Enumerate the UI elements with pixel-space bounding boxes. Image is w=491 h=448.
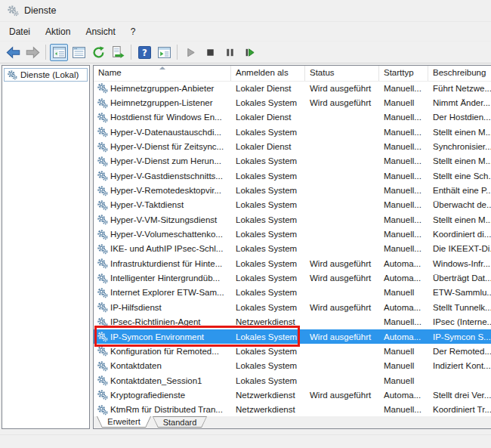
service-row[interactable]: Hyper-V-Remotedesktopvir...Lokales Syste… [94,183,491,197]
service-name-cell: Infrastrukturdienst für Hinte... [94,256,231,270]
service-gear-icon [97,141,108,153]
service-row[interactable]: KryptografiediensteNetzwerkdienstWird au… [94,388,491,402]
service-gear-icon [97,375,108,386]
service-name-cell: Internet Explorer ETW-Sam... [94,286,231,300]
column-header-label: Starttyp [384,68,414,77]
service-gear-icon [97,331,108,342]
service-startup: Manuell [379,344,428,358]
service-row[interactable]: KontaktdatenLokales SystemManuellIndizie… [94,359,491,373]
service-row[interactable]: IPsec-Richtlinien-AgentNetzwerkdienstMan… [94,315,491,329]
service-description: IPsec (Interne... [428,315,491,329]
service-status [305,403,379,416]
toolbar-separator [45,45,46,60]
menu-item-aktion[interactable]: Aktion [38,23,78,40]
menu-item-ansicht[interactable]: Ansicht [78,23,122,40]
toolbar-export-list-button[interactable] [109,44,127,61]
column-header-starttyp[interactable]: Starttyp [379,66,428,81]
service-row[interactable]: IKE- und AuthIP IPsec-Schl...Lokales Sys… [94,242,491,256]
toolbar-help-button[interactable]: ? [135,44,153,61]
menu-item-datei[interactable]: Datei [2,23,38,40]
service-gear-icon [97,170,108,181]
service-row[interactable]: Hyper-V-TaktdienstLokales SystemManuell.… [94,198,491,212]
service-startup: Manuell... [379,110,428,125]
play-icon [185,47,196,58]
service-description: Überträgt Dat... [428,270,491,285]
service-name: Hyper-V-Volumeschattenko... [110,230,223,239]
service-row[interactable]: Hyper-V-Dienst zum Herun...Lokales Syste… [94,154,491,168]
service-row[interactable]: Infrastrukturdienst für Hinte...Lokales … [94,256,491,270]
toolbar-refresh-button[interactable] [89,44,107,61]
service-description: Koordiniert Tr... [428,403,491,416]
service-row[interactable]: Heimnetzgruppen-ListenerLokales SystemWi… [94,95,491,110]
service-status [305,315,379,329]
service-description: Die IKEEXT-Di... [428,242,491,256]
column-header-label: Anmelden als [236,68,289,77]
service-status [305,344,379,358]
restart-icon [244,47,255,58]
service-name: Kontaktdaten_Session1 [110,376,202,385]
toolbar-separator [177,45,178,60]
service-row[interactable]: Hyper-V-VM-SitzungsdienstLokales SystemM… [94,212,491,227]
service-description: Der Remoted... [428,344,491,358]
tree-item-dienste-lokal[interactable]: Dienste (Lokal) [4,68,88,82]
service-row[interactable]: IP-Symcon EnvironmentLokales SystemWird … [94,329,491,344]
toolbar-extended-view-button[interactable] [155,44,173,61]
column-header-name[interactable]: Name [94,66,231,81]
service-name: Konfiguration für Remoted... [110,347,219,356]
service-startup: Manuell... [379,139,428,153]
service-description: Überwacht de... [428,198,491,212]
service-status: Wird ausgeführt [305,270,379,285]
service-gear-icon [97,156,108,167]
toolbar-show-console-tree-button[interactable] [50,44,68,61]
service-logon: Lokales System [231,300,305,314]
column-header-status[interactable]: Status [305,66,379,81]
column-header-label: Beschreibung [433,68,486,77]
toolbar-restart-service-button[interactable] [240,44,258,61]
toolbar-stop-service-button[interactable] [201,44,219,61]
tab-standard[interactable]: Standard [153,416,207,428]
service-name-cell: Hyper-V-Taktdienst [94,198,231,212]
services-list: Heimnetzgruppen-AnbieterLokaler DienstWi… [94,81,491,416]
service-startup: Manuell [379,286,428,300]
service-name: IKE- und AuthIP IPsec-Schl... [110,244,223,253]
service-name: Kontaktdaten [110,361,162,370]
service-row[interactable]: Kontaktdaten_Session1Lokales SystemManue… [94,373,491,388]
service-startup: Manuell... [379,81,428,95]
service-row[interactable]: Internet Explorer ETW-Sam...Lokales Syst… [94,286,491,300]
service-row[interactable]: Hyper-V-Datenaustauschdi...Lokales Syste… [94,125,491,139]
service-row[interactable]: Hyper-V-Dienst für Zeitsync...Lokaler Di… [94,139,491,153]
column-header-beschreibung[interactable]: Beschreibung [428,66,491,81]
menu-item-help[interactable]: ? [123,23,144,40]
toolbar-back-button[interactable] [4,44,22,61]
service-row[interactable]: IP-HilfsdienstLokales SystemWird ausgefü… [94,300,491,314]
service-gear-icon [97,317,108,328]
service-name-cell: IKE- und AuthIP IPsec-Schl... [94,242,231,256]
service-logon: Lokales System [231,344,305,358]
service-gear-icon [97,243,108,255]
service-row[interactable]: Heimnetzgruppen-AnbieterLokaler DienstWi… [94,81,491,95]
service-gear-icon [97,345,108,357]
service-startup: Automa... [379,270,428,285]
toolbar-separator [131,45,131,60]
service-status [305,139,379,153]
service-logon: Lokales System [231,359,305,373]
service-row[interactable]: Intelligenter Hintergrundüb...Lokales Sy… [94,270,491,285]
service-name-cell: Hyper-V-Remotedesktopvir... [94,183,231,197]
service-name: Hyper-V-Datenaustauschdi... [110,128,221,137]
toolbar: ? [0,42,491,63]
service-status [305,286,379,300]
toolbar-properties-button[interactable] [69,44,88,61]
service-row[interactable]: Hostdienst für Windows En...Lokaler Dien… [94,110,491,125]
tab-erweitert[interactable]: Erweitert [97,416,151,428]
service-row[interactable]: Konfiguration für Remoted...Lokales Syst… [94,344,491,358]
toolbar-forward-button[interactable] [23,44,42,61]
service-row[interactable]: Hyper-V-Volumeschattenko...Lokales Syste… [94,227,491,241]
toolbar-start-service-button[interactable] [181,44,199,61]
service-startup: Manuell... [379,403,428,416]
service-row[interactable]: Hyper-V-Gastdienstschnitts...Lokales Sys… [94,168,491,183]
service-status [305,212,379,227]
column-header-anmelden-als[interactable]: Anmelden als [231,66,305,81]
toolbar-pause-service-button[interactable] [221,44,239,61]
service-name-cell: Kontaktdaten_Session1 [94,373,231,388]
service-row[interactable]: KtmRm für Distributed Tran...Netzwerkdie… [94,403,491,416]
